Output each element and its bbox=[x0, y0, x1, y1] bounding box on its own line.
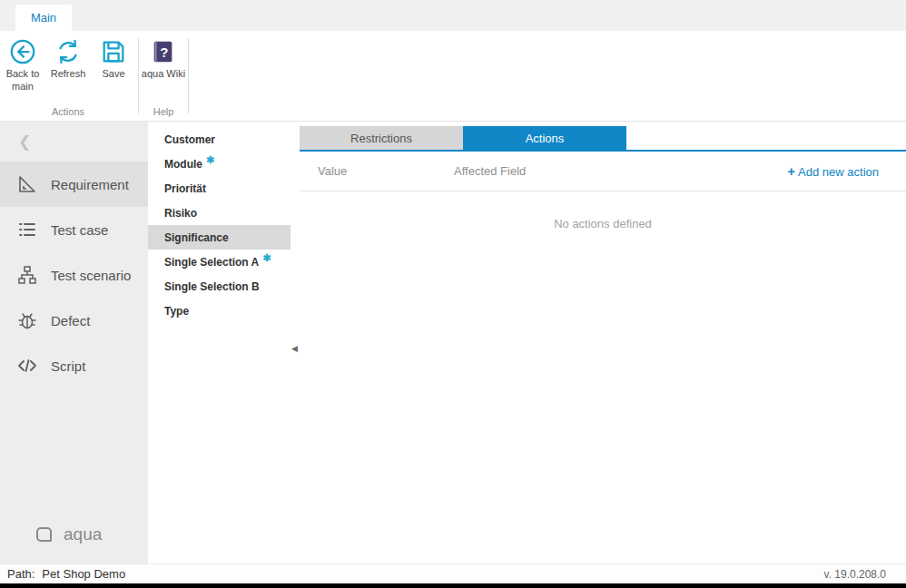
test-scenario-hierarchy-icon bbox=[16, 264, 38, 286]
column-header-value: Value bbox=[318, 164, 454, 178]
group-separator bbox=[138, 38, 139, 113]
refresh-label: Refresh bbox=[51, 68, 86, 81]
field-label: Significance bbox=[164, 231, 229, 244]
save-icon bbox=[100, 38, 127, 65]
empty-state-message: No actions defined bbox=[300, 217, 906, 230]
sidebar-item-defect[interactable]: Defect bbox=[0, 298, 148, 343]
actions-grid-header: Value Affected Field +Add new action bbox=[300, 152, 906, 191]
field-label: Customer bbox=[164, 133, 215, 146]
aqua-wiki-label: aqua Wiki bbox=[142, 68, 185, 81]
field-label: Type bbox=[164, 305, 189, 318]
sidebar-item-label: Requirement bbox=[51, 177, 129, 192]
field-label: Risiko bbox=[164, 207, 197, 220]
ribbon: Back to main Refresh Save A bbox=[0, 31, 906, 122]
plus-icon: + bbox=[787, 163, 795, 179]
aqua-logo: aqua bbox=[33, 524, 102, 545]
ribbon-group-actions: Back to main Refresh Save A bbox=[0, 31, 136, 121]
field-list: Customer Module ✱ Priorität Risiko Signi… bbox=[148, 122, 291, 564]
refresh-button[interactable]: Refresh bbox=[45, 35, 91, 106]
save-button[interactable]: Save bbox=[91, 35, 136, 106]
field-item-customer[interactable]: Customer bbox=[148, 127, 291, 152]
path-label: Path: bbox=[7, 567, 34, 581]
ribbon-tab-main[interactable]: Main bbox=[15, 5, 72, 31]
sidebar: ❮ Requirement Test case Te bbox=[0, 122, 148, 564]
aqua-wiki-button[interactable]: ? aqua Wiki bbox=[141, 35, 186, 106]
panel-splitter[interactable]: ◀ bbox=[291, 122, 300, 564]
status-bar: Path: Pet Shop Demo v. 19.0.208.0 bbox=[0, 564, 906, 583]
field-label: Single Selection A bbox=[164, 256, 259, 269]
test-case-list-icon bbox=[16, 219, 38, 240]
field-item-prioritaet[interactable]: Priorität bbox=[148, 176, 291, 201]
bottom-strip bbox=[0, 583, 906, 588]
field-item-module[interactable]: Module ✱ bbox=[148, 152, 291, 176]
tab-restrictions[interactable]: Restrictions bbox=[300, 126, 463, 150]
sidebar-item-script[interactable]: Script bbox=[0, 343, 148, 388]
chevron-left-icon[interactable]: ❮ bbox=[18, 132, 31, 152]
group-separator bbox=[188, 38, 189, 113]
wiki-help-icon: ? bbox=[150, 38, 177, 65]
sidebar-item-label: Defect bbox=[51, 313, 90, 328]
save-label: Save bbox=[102, 68, 124, 81]
back-to-main-label: Back to main bbox=[0, 68, 45, 93]
splitter-collapse-icon[interactable]: ◀ bbox=[291, 344, 298, 353]
sidebar-item-test-scenario[interactable]: Test scenario bbox=[0, 252, 148, 298]
field-label: Priorität bbox=[164, 182, 206, 195]
script-code-icon bbox=[16, 355, 38, 377]
field-item-significance[interactable]: Significance bbox=[148, 225, 291, 250]
ribbon-tab-strip: Main bbox=[0, 0, 906, 31]
back-to-main-button[interactable]: Back to main bbox=[0, 35, 45, 106]
tab-strip: Restrictions Actions bbox=[300, 126, 906, 152]
field-label: Single Selection B bbox=[164, 280, 260, 293]
version-label: v. 19.0.208.0 bbox=[824, 568, 887, 581]
sidebar-item-requirement[interactable]: Requirement bbox=[0, 162, 148, 207]
ribbon-group-label-help: Help bbox=[141, 106, 186, 121]
sidebar-item-label: Test scenario bbox=[51, 268, 131, 283]
aqua-logo-icon bbox=[33, 524, 54, 545]
tab-actions[interactable]: Actions bbox=[463, 126, 626, 150]
main-panel: Restrictions Actions Value Affected Fiel… bbox=[300, 122, 906, 564]
back-arrow-icon bbox=[9, 38, 36, 65]
field-item-single-selection-a[interactable]: Single Selection A ✱ bbox=[148, 250, 291, 274]
field-label: Module bbox=[164, 158, 202, 171]
ribbon-group-help: ? aqua Wiki Help bbox=[141, 31, 186, 121]
field-item-single-selection-b[interactable]: Single Selection B bbox=[148, 274, 291, 299]
requirement-ruler-icon bbox=[16, 173, 38, 195]
sidebar-item-label: Script bbox=[51, 358, 85, 374]
aqua-logo-text: aqua bbox=[64, 524, 102, 544]
sidebar-item-label: Test case bbox=[51, 222, 108, 238]
refresh-icon bbox=[54, 38, 82, 65]
field-item-risiko[interactable]: Risiko bbox=[148, 201, 291, 225]
svg-text:?: ? bbox=[160, 44, 168, 60]
column-header-affected-field: Affected Field bbox=[454, 164, 787, 178]
defect-bug-icon bbox=[16, 309, 38, 331]
add-new-action-label: Add new action bbox=[798, 165, 879, 179]
required-asterisk-icon: ✱ bbox=[262, 252, 271, 264]
path-value: Pet Shop Demo bbox=[42, 567, 125, 581]
add-new-action-link[interactable]: +Add new action bbox=[787, 163, 879, 179]
field-item-type[interactable]: Type bbox=[148, 299, 291, 323]
sidebar-item-test-case[interactable]: Test case bbox=[0, 207, 148, 252]
ribbon-group-label-actions: Actions bbox=[0, 106, 136, 121]
required-asterisk-icon: ✱ bbox=[206, 154, 214, 166]
